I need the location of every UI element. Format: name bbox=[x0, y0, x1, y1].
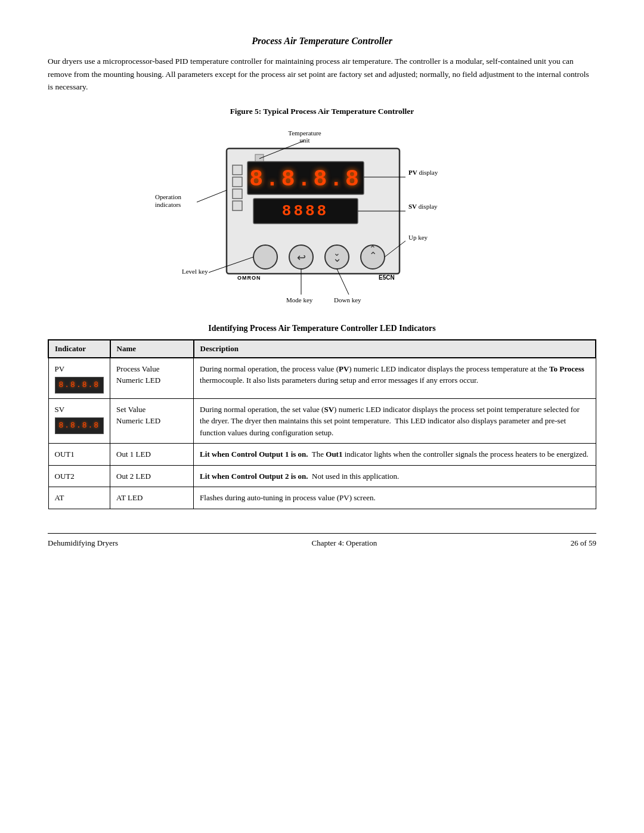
table-row: AT AT LED Flashes during auto-tuning in … bbox=[48, 487, 596, 509]
identifying-title: Identifying Process Air Temperature Cont… bbox=[48, 324, 596, 333]
svg-text:8888: 8888 bbox=[282, 202, 329, 220]
svg-text:8.8.8.8: 8.8.8.8 bbox=[249, 166, 361, 192]
indicator-out1: OUT1 bbox=[48, 444, 110, 466]
footer-center: Chapter 4: Operation bbox=[311, 538, 377, 548]
intro-text: Our dryers use a microprocessor-based PI… bbox=[48, 55, 596, 94]
pv-led-display: 8.8.8.8 bbox=[55, 377, 104, 394]
name-out1: Out 1 LED bbox=[110, 444, 194, 466]
led-indicators-table: Indicator Name Description PV 8.8.8.8 Pr… bbox=[48, 339, 596, 509]
svg-text:Up key: Up key bbox=[408, 234, 428, 241]
desc-out2: Lit when Control Output 2 is on. Not use… bbox=[194, 465, 596, 487]
footer-right: 26 of 59 bbox=[571, 538, 596, 548]
svg-text:Down key: Down key bbox=[334, 296, 361, 304]
svg-text:⌄: ⌄ bbox=[333, 249, 340, 258]
page-footer: Dehumidifying Dryers Chapter 4: Operatio… bbox=[48, 533, 596, 548]
sv-led-display: 8.8.8.8 bbox=[55, 417, 104, 434]
col-header-name: Name bbox=[110, 340, 194, 358]
svg-text:E5CN: E5CN bbox=[379, 274, 395, 281]
svg-line-30 bbox=[197, 190, 227, 202]
svg-text:↩: ↩ bbox=[297, 252, 306, 264]
indicator-sv: SV 8.8.8.8 bbox=[48, 398, 110, 444]
indicator-out2: OUT2 bbox=[48, 465, 110, 487]
svg-text:indicators: indicators bbox=[155, 201, 181, 208]
desc-out1: Lit when Control Output 1 is on. The Out… bbox=[194, 444, 596, 466]
svg-text:Temperature: Temperature bbox=[288, 129, 321, 137]
svg-text:OMRON: OMRON bbox=[237, 275, 261, 281]
svg-text:PV display: PV display bbox=[408, 169, 438, 176]
svg-text:SV display: SV display bbox=[408, 203, 438, 210]
col-header-description: Description bbox=[194, 340, 596, 358]
table-row: PV 8.8.8.8 Process ValueNumeric LED Duri… bbox=[48, 358, 596, 399]
figure-caption: Figure 5: Typical Process Air Temperatur… bbox=[48, 107, 596, 116]
name-sv: Set ValueNumeric LED bbox=[110, 398, 194, 444]
svg-rect-7 bbox=[233, 201, 242, 210]
section-title: Process Air Temperature Controller bbox=[48, 36, 596, 47]
desc-sv: During normal operation, the set value (… bbox=[194, 398, 596, 444]
svg-text:⌃: ⌃ bbox=[369, 244, 376, 253]
table-row: OUT1 Out 1 LED Lit when Control Output 1… bbox=[48, 444, 596, 466]
indicator-pv: PV 8.8.8.8 bbox=[48, 358, 110, 399]
svg-text:Operation: Operation bbox=[155, 193, 181, 200]
name-pv: Process ValueNumeric LED bbox=[110, 358, 194, 399]
desc-pv: During normal operation, the process val… bbox=[194, 358, 596, 399]
svg-rect-4 bbox=[233, 165, 242, 175]
table-row: SV 8.8.8.8 Set ValueNumeric LED During n… bbox=[48, 398, 596, 444]
name-out2: Out 2 LED bbox=[110, 465, 194, 487]
svg-text:Mode key: Mode key bbox=[286, 296, 313, 304]
controller-diagram: 8.8.8.8 8888 ↩ ⌄ ⌄ ⌃ ⌃ OMRON E5CN Temper… bbox=[48, 125, 596, 309]
footer-left: Dehumidifying Dryers bbox=[48, 538, 118, 548]
name-at: AT LED bbox=[110, 487, 194, 509]
indicator-at: AT bbox=[48, 487, 110, 509]
svg-rect-5 bbox=[233, 177, 242, 187]
svg-text:unit: unit bbox=[299, 137, 309, 144]
table-row: OUT2 Out 2 LED Lit when Control Output 2… bbox=[48, 465, 596, 487]
desc-at: Flashes during auto-tuning in process va… bbox=[194, 487, 596, 509]
svg-text:Level key: Level key bbox=[182, 268, 208, 275]
svg-rect-6 bbox=[233, 189, 242, 199]
col-header-indicator: Indicator bbox=[48, 340, 110, 358]
svg-point-10 bbox=[253, 245, 277, 269]
